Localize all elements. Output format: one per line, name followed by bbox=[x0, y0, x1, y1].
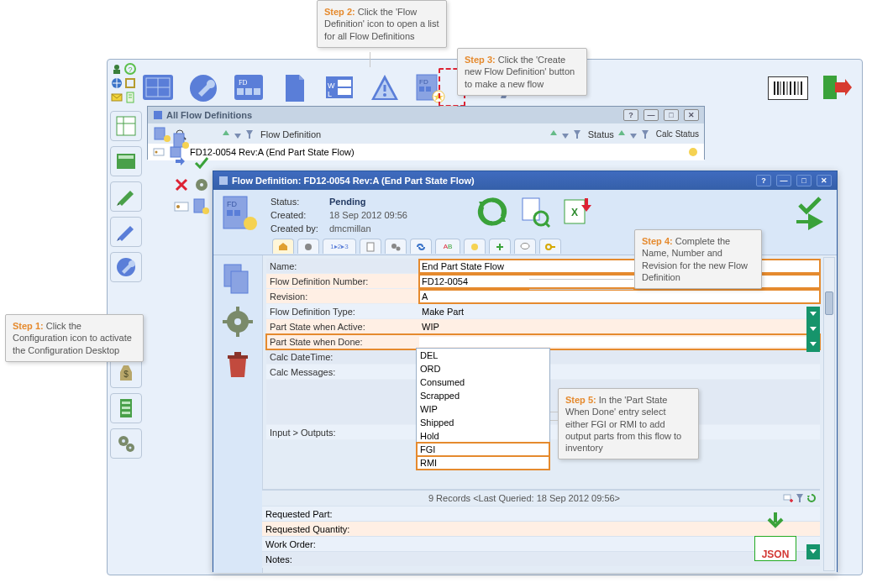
svg-rect-105 bbox=[784, 495, 791, 500]
dd-option[interactable]: FGI bbox=[417, 443, 549, 456]
sidebar-item-5[interactable] bbox=[110, 252, 142, 282]
tab-home[interactable] bbox=[272, 239, 294, 254]
toolbar-page-icon[interactable] bbox=[277, 71, 311, 105]
svg-point-65 bbox=[155, 151, 158, 154]
toolbar-new-flow-def-icon[interactable]: FD bbox=[413, 71, 447, 105]
toolbar-warning-icon[interactable] bbox=[368, 71, 402, 105]
dd-option[interactable]: ORD bbox=[417, 362, 549, 375]
card-icon[interactable] bbox=[173, 198, 190, 217]
sidebar-item-2[interactable] bbox=[110, 146, 142, 176]
active-select[interactable]: WIP bbox=[419, 322, 820, 332]
dd-option[interactable]: Scrapped bbox=[417, 389, 549, 402]
chevron-down-icon[interactable] bbox=[806, 337, 820, 352]
approve-button[interactable] bbox=[791, 195, 828, 232]
refresh-button[interactable] bbox=[475, 195, 509, 228]
close-red-icon[interactable] bbox=[173, 176, 190, 195]
tab-star[interactable] bbox=[464, 239, 486, 254]
refresh-small-icon[interactable] bbox=[806, 493, 817, 503]
maximize-button[interactable]: □ bbox=[664, 109, 679, 121]
sort-down-icon[interactable] bbox=[234, 129, 242, 140]
sidebar-item-3[interactable] bbox=[110, 181, 142, 212]
mini-mail-doc[interactable] bbox=[111, 92, 136, 103]
revision-input[interactable] bbox=[419, 290, 820, 303]
dd-option[interactable]: Consumed bbox=[417, 375, 549, 389]
sidebar-item-8[interactable]: $ bbox=[110, 358, 142, 388]
svg-point-91 bbox=[471, 244, 478, 250]
svg-text:L: L bbox=[328, 90, 332, 98]
sort-up-icon[interactable] bbox=[549, 129, 558, 140]
fd-sun-icon[interactable] bbox=[153, 126, 171, 143]
toolbar-blueprint-icon[interactable] bbox=[141, 71, 175, 105]
trash-icon[interactable] bbox=[220, 348, 255, 383]
notes-label: Notes: bbox=[262, 554, 388, 564]
minimize-button[interactable]: — bbox=[643, 109, 659, 121]
done-select[interactable] bbox=[419, 337, 820, 347]
svg-point-90 bbox=[397, 246, 401, 250]
tab-key[interactable] bbox=[539, 239, 561, 254]
sidebar-item-10[interactable] bbox=[110, 428, 142, 459]
type-select[interactable]: Make Part bbox=[419, 307, 820, 317]
card-add-icon[interactable] bbox=[783, 493, 793, 503]
dd-option[interactable]: Shipped bbox=[417, 416, 549, 429]
arrows-icon[interactable] bbox=[173, 155, 190, 173]
col-flow-def-label: Flow Definition bbox=[260, 129, 321, 139]
svg-rect-53 bbox=[122, 407, 130, 409]
sidebar-item-1[interactable] bbox=[110, 111, 142, 141]
toolbar-flow-def-grid-icon[interactable]: FD bbox=[232, 71, 265, 105]
status-label: Status: bbox=[271, 197, 321, 207]
svg-rect-59 bbox=[154, 111, 162, 119]
sort-down-icon[interactable] bbox=[629, 129, 638, 140]
mini-person-help[interactable]: ? bbox=[111, 63, 136, 75]
dd-option[interactable]: DEL bbox=[417, 349, 549, 362]
dd-option[interactable]: RMI bbox=[417, 456, 549, 470]
funnel-icon[interactable] bbox=[245, 129, 254, 140]
dd-option[interactable]: Hold bbox=[417, 429, 549, 443]
help-button[interactable]: ? bbox=[756, 175, 771, 186]
close-button[interactable]: ✕ bbox=[684, 109, 699, 121]
chevron-down-icon[interactable] bbox=[806, 544, 820, 559]
funnel-icon[interactable] bbox=[796, 493, 804, 503]
done-dropdown-list: DEL ORD Consumed Scrapped WIP Shipped Ho… bbox=[416, 348, 550, 470]
toolbar-wrench-circle-icon[interactable] bbox=[186, 71, 220, 105]
minimize-button[interactable]: — bbox=[776, 175, 791, 186]
tab-plus[interactable] bbox=[489, 239, 511, 254]
fd-sun-icon[interactable] bbox=[193, 198, 210, 217]
sidebar-item-4[interactable] bbox=[110, 217, 142, 247]
sidebar-item-9[interactable] bbox=[110, 393, 142, 423]
tab-ab[interactable]: AB bbox=[435, 239, 460, 254]
tab-123[interactable]: 1▸2▸3 bbox=[323, 239, 356, 254]
dd-option[interactable]: WIP bbox=[417, 402, 549, 416]
tab-chat[interactable] bbox=[514, 239, 536, 254]
json-badge[interactable]: JSON bbox=[754, 536, 796, 561]
list-row[interactable]: FD12-0054 Rev:A (End Part State Flow) bbox=[148, 144, 704, 160]
close-button[interactable]: ✕ bbox=[817, 175, 832, 186]
svg-rect-76 bbox=[219, 176, 228, 185]
help-button[interactable]: ? bbox=[623, 109, 638, 121]
sort-down-icon[interactable] bbox=[561, 129, 570, 140]
tab-gears2[interactable] bbox=[385, 239, 407, 254]
fd-sun-icon[interactable] bbox=[173, 133, 190, 151]
svg-rect-79 bbox=[227, 210, 233, 216]
barcode-icon[interactable] bbox=[768, 76, 808, 100]
mini-globe[interactable] bbox=[111, 77, 136, 89]
tab-link[interactable] bbox=[410, 239, 432, 254]
tab-gear[interactable] bbox=[297, 239, 319, 254]
sort-up-icon[interactable] bbox=[617, 129, 626, 140]
scrollbar-vertical[interactable] bbox=[823, 257, 835, 571]
chevron-down-icon[interactable] bbox=[806, 322, 820, 337]
print-preview-button[interactable] bbox=[517, 195, 551, 228]
sub-grid: 9 Records <Last Queried: 18 Sep 2012 09:… bbox=[262, 489, 820, 568]
tab-doc[interactable] bbox=[360, 239, 381, 254]
sort-up-icon[interactable] bbox=[222, 129, 230, 140]
exit-icon[interactable] bbox=[820, 71, 854, 106]
export-excel-button[interactable]: X bbox=[559, 195, 593, 228]
maximize-button[interactable]: □ bbox=[796, 175, 812, 186]
funnel-icon[interactable] bbox=[641, 129, 649, 140]
chevron-down-icon[interactable] bbox=[806, 307, 820, 322]
gear-icon[interactable] bbox=[220, 304, 255, 339]
check-icon[interactable] bbox=[193, 155, 210, 173]
funnel-icon[interactable] bbox=[573, 129, 581, 140]
fd-double-icon[interactable] bbox=[220, 260, 255, 296]
toolbar-wl-box-icon[interactable]: WL bbox=[323, 71, 356, 105]
gear-small-icon[interactable] bbox=[193, 176, 210, 195]
